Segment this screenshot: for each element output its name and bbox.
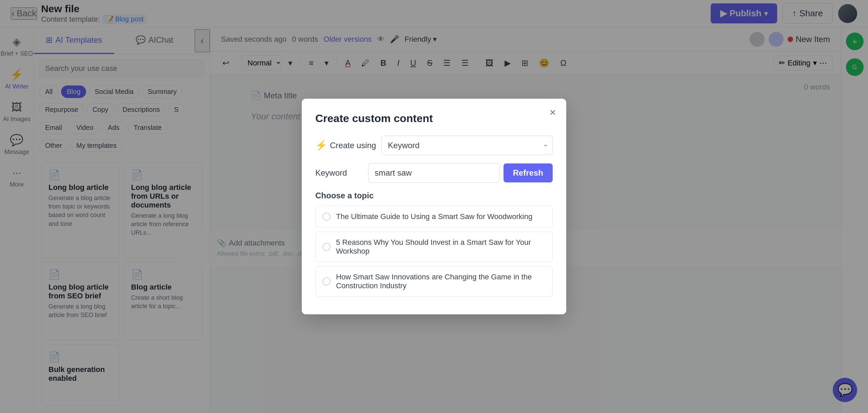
keyword-row: Keyword Refresh [315, 163, 553, 183]
keyword-input[interactable] [368, 163, 499, 183]
topic-radio-2[interactable] [322, 243, 331, 251]
keyword-input-row: Refresh [368, 163, 553, 183]
create-using-label: ⚡ Create using [315, 140, 376, 151]
modal-overlay[interactable]: × Create custom content ⚡ Create using K… [0, 0, 868, 413]
create-using-select[interactable]: Keyword [381, 136, 553, 155]
lightning-icon: ⚡ [315, 140, 327, 151]
topic-option-3[interactable]: How Smart Saw Innovations are Changing t… [315, 266, 553, 297]
topic-text-1: The Ultimate Guide to Using a Smart Saw … [336, 212, 532, 221]
modal-title: Create custom content [315, 112, 553, 125]
create-using-row: ⚡ Create using Keyword [315, 136, 553, 155]
keyword-label: Keyword [315, 168, 363, 178]
topic-option-1[interactable]: The Ultimate Guide to Using a Smart Saw … [315, 206, 553, 228]
topic-option-2[interactable]: 5 Reasons Why You Should Invest in a Sma… [315, 232, 553, 262]
create-custom-content-modal: × Create custom content ⚡ Create using K… [302, 99, 566, 314]
modal-close-button[interactable]: × [546, 105, 559, 119]
choose-topic-label: Choose a topic [315, 191, 553, 200]
topic-text-2: 5 Reasons Why You Should Invest in a Sma… [336, 238, 546, 256]
refresh-button[interactable]: Refresh [504, 163, 553, 182]
topic-text-3: How Smart Saw Innovations are Changing t… [336, 273, 546, 290]
topic-radio-1[interactable] [322, 213, 331, 221]
create-using-text: Create using [330, 141, 376, 150]
topic-radio-3[interactable] [322, 277, 331, 286]
